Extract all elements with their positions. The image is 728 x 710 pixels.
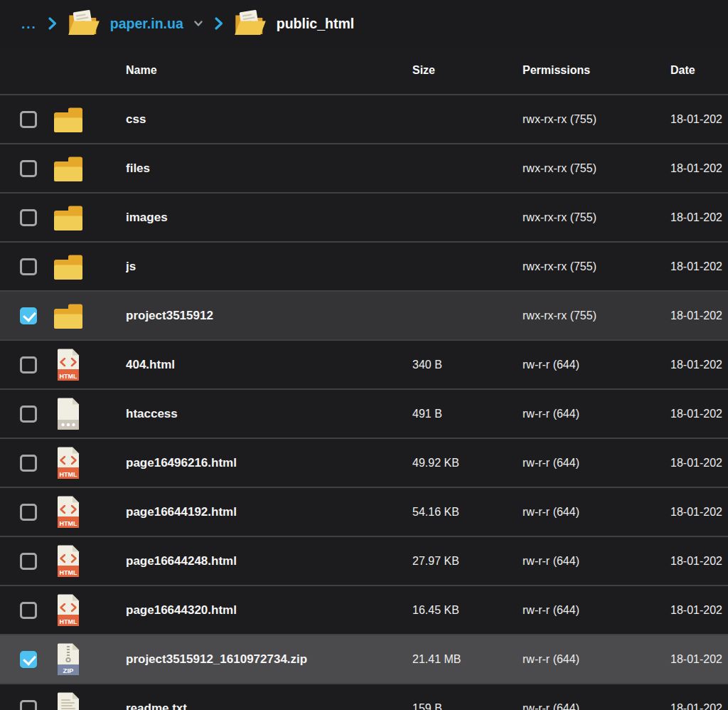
html-icon [52,446,85,480]
file-date: 18-01-202 [670,309,728,322]
html-icon [52,495,85,529]
file-permissions: rw-r-r (644) [523,359,670,371]
table-header: Name Size Permissions Date [0,47,728,94]
file-permissions: rw-r-r (644) [523,702,670,710]
file-name: images [126,211,412,225]
file-permissions: rwx-rx-rx (755) [523,211,670,224]
file-permissions: rw-r-r (644) [523,555,670,568]
table-row[interactable]: page16644320.html 16.45 KB rw-r-r (644) … [0,585,728,634]
file-size: 491 B [412,408,523,420]
file-permissions: rwx-rx-rx (755) [523,309,670,322]
table-row[interactable]: images rwx-rx-rx (755) 18-01-202 [0,192,728,241]
file-permissions: rw-r-r (644) [523,457,670,470]
file-name: files [126,161,412,176]
table-row[interactable]: project3515912_1610972734.zip 21.41 MB r… [0,634,728,683]
row-checkbox[interactable] [20,651,37,668]
file-permissions: rw-r-r (644) [523,653,670,666]
file-permissions: rw-r-r (644) [523,604,670,617]
column-header-size[interactable]: Size [412,64,523,77]
file-date: 18-01-202 [670,555,728,568]
file-date: 18-01-202 [670,260,728,273]
file-size: 49.92 KB [412,457,523,470]
file-permissions: rw-r-r (644) [523,408,670,420]
folder-icon [52,250,85,284]
column-header-date[interactable]: Date [670,64,728,77]
file-name: readme.txt [126,701,412,710]
file-date: 18-01-202 [670,457,728,470]
row-checkbox[interactable] [20,356,37,373]
txt-icon [52,692,85,710]
folder-open-icon [68,6,100,41]
file-name: project3515912 [126,309,412,323]
file-name: page16644248.html [126,554,412,568]
breadcrumb-item-parent[interactable]: paper.in.ua [110,16,183,32]
file-date: 18-01-202 [670,359,728,371]
file-date: 18-01-202 [670,113,728,126]
table-row[interactable]: page16496216.html 49.92 KB rw-r-r (644) … [0,438,728,487]
row-checkbox[interactable] [20,307,37,324]
file-name: page16644192.html [126,505,412,519]
file-date: 18-01-202 [670,653,728,666]
row-checkbox[interactable] [20,553,37,570]
html-icon [52,544,85,578]
file-date: 18-01-202 [670,506,728,519]
caret-down-icon[interactable] [193,20,203,27]
table-row[interactable]: files rwx-rx-rx (755) 18-01-202 [0,143,728,192]
file-name: 404.html [126,358,412,372]
file-size: 54.16 KB [412,506,523,519]
table-row[interactable]: 404.html 340 B rw-r-r (644) 18-01-202 [0,339,728,388]
table-row[interactable]: page16644192.html 54.16 KB rw-r-r (644) … [0,487,728,536]
breadcrumb: ... paper.in.ua public_html [0,0,728,47]
row-checkbox[interactable] [20,111,37,128]
file-permissions: rwx-rx-rx (755) [523,260,670,273]
file-date: 18-01-202 [670,211,728,224]
file-size: 159 B [412,702,523,710]
row-checkbox[interactable] [20,258,37,275]
file-date: 18-01-202 [670,162,728,175]
zip-icon [52,642,85,677]
table-row[interactable]: css rwx-rx-rx (755) 18-01-202 [0,94,728,143]
row-checkbox[interactable] [20,504,37,521]
file-name: htaccess [126,407,412,421]
file-name: js [126,260,412,274]
folder-icon [52,152,85,186]
file-permissions: rw-r-r (644) [523,506,670,519]
breadcrumb-ellipsis[interactable]: ... [21,17,37,31]
table-row[interactable]: project3515912 rwx-rx-rx (755) 18-01-202 [0,290,728,339]
table-row[interactable]: page16644248.html 27.97 KB rw-r-r (644) … [0,536,728,585]
row-checkbox[interactable] [20,209,37,226]
file-date: 18-01-202 [670,702,728,710]
row-checkbox[interactable] [20,406,37,423]
folder-open-icon [234,6,267,41]
file-name: page16644320.html [126,603,412,618]
folder-icon [52,299,85,333]
folder-icon [52,201,85,235]
file-permissions: rwx-rx-rx (755) [523,113,670,126]
file-name: project3515912_1610972734.zip [126,652,412,667]
row-checkbox[interactable] [20,455,37,472]
chevron-right-icon [47,16,58,31]
file-manager-screen: ... paper.in.ua public_html Name Size Pe… [0,0,728,710]
file-permissions: rwx-rx-rx (755) [523,162,670,175]
file-size: 340 B [412,359,523,371]
file-table-body: css rwx-rx-rx (755) 18-01-202 files rwx-… [0,94,728,710]
column-header-name[interactable]: Name [126,64,412,77]
folder-icon [52,102,85,137]
table-row[interactable]: htaccess 491 B rw-r-r (644) 18-01-202 [0,388,728,438]
file-name: css [126,112,412,127]
breadcrumb-item-current[interactable]: public_html [277,16,354,32]
row-checkbox[interactable] [20,700,37,710]
file-date: 18-01-202 [670,604,728,617]
html-icon [52,348,85,382]
file-date: 18-01-202 [670,408,728,420]
column-header-permissions[interactable]: Permissions [523,64,670,77]
file-size: 16.45 KB [412,604,523,617]
table-row[interactable]: readme.txt 159 B rw-r-r (644) 18-01-202 [0,683,728,710]
html-icon [52,593,85,627]
row-checkbox[interactable] [20,160,37,177]
row-checkbox[interactable] [20,602,37,619]
table-row[interactable]: js rwx-rx-rx (755) 18-01-202 [0,241,728,290]
chevron-right-icon [213,16,224,31]
file-name: page16496216.html [126,456,412,470]
file-icon [52,397,85,431]
